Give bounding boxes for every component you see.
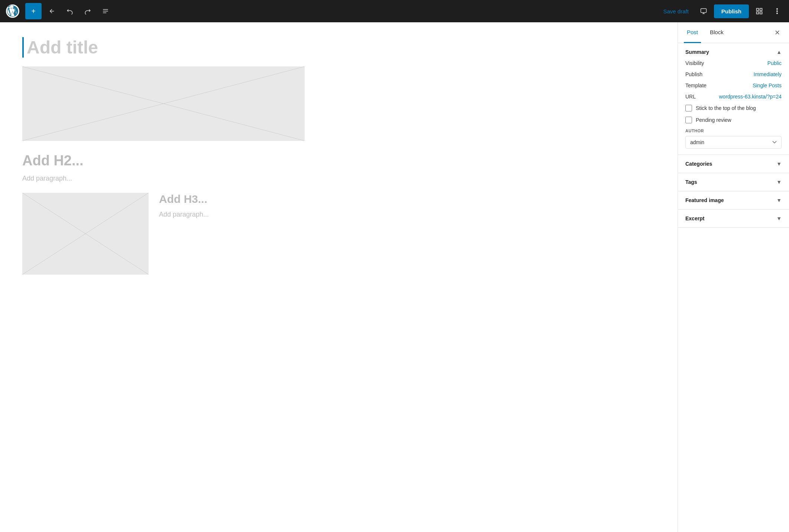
sticky-checkbox[interactable] [685,105,692,111]
more-options-button[interactable] [770,4,785,19]
pending-label[interactable]: Pending review [696,117,731,123]
template-value[interactable]: Single Posts [753,82,782,88]
summary-section-header[interactable]: Summary ▲ [685,49,782,55]
svg-rect-9 [757,12,759,14]
column-text: Add H3... Add paragraph... [159,193,305,275]
tab-block[interactable]: Block [707,22,727,43]
url-label: URL [685,94,696,100]
publish-row: Publish Immediately [685,71,782,77]
author-label: AUTHOR [685,129,782,133]
summary-chevron-up-icon: ▲ [776,49,782,55]
visibility-value[interactable]: Public [767,60,782,66]
sticky-row: Stick to the top of the blog [685,105,782,111]
tools-button[interactable] [45,4,59,19]
h2-block[interactable]: Add H2... [22,153,655,169]
tags-title: Tags [685,179,697,185]
summary-title: Summary [685,49,709,55]
featured-image-title: Featured image [685,197,724,203]
tags-section-header[interactable]: Tags ▼ [685,179,782,185]
template-label: Template [685,82,707,88]
tags-section: Tags ▼ [678,173,789,191]
editor-area: Add title Add H2... Add paragraph... Add… [0,22,678,532]
publish-button[interactable]: Publish [714,4,749,18]
featured-image-chevron-icon: ▼ [776,197,782,203]
svg-point-12 [777,11,778,12]
pending-checkbox[interactable] [685,117,692,123]
tab-post[interactable]: Post [684,22,701,43]
template-row: Template Single Posts [685,82,782,88]
svg-rect-4 [701,9,706,13]
sidebar-close-button[interactable]: ✕ [771,27,783,39]
visibility-label: Visibility [685,60,704,66]
summary-section: Summary ▲ Visibility Public Publish Imme… [678,43,789,155]
categories-title: Categories [685,161,712,167]
svg-point-13 [777,13,778,14]
publish-label: Publish [685,71,702,77]
svg-rect-8 [760,9,762,11]
post-title[interactable]: Add title [22,37,655,58]
svg-rect-7 [757,9,759,11]
pending-row: Pending review [685,117,782,123]
sidebar-tabs: Post Block ✕ [678,22,789,43]
topbar: + Save draft Publis [0,0,789,22]
author-select[interactable]: admin [685,136,782,149]
h3-block[interactable]: Add H3... [159,193,305,205]
featured-image-section-header[interactable]: Featured image ▼ [685,197,782,203]
preview-button[interactable] [696,4,711,19]
svg-point-11 [777,9,778,10]
paragraph-block-2[interactable]: Add paragraph... [159,211,305,218]
excerpt-chevron-icon: ▼ [776,215,782,221]
featured-image-block[interactable] [22,66,305,141]
categories-chevron-icon: ▼ [776,161,782,167]
list-view-button[interactable] [98,4,113,19]
settings-button[interactable] [752,4,767,19]
svg-rect-10 [760,12,762,14]
visibility-row: Visibility Public [685,60,782,66]
save-draft-button[interactable]: Save draft [659,5,693,17]
undo-button[interactable] [62,4,77,19]
excerpt-section: Excerpt ▼ [678,210,789,228]
tags-chevron-icon: ▼ [776,179,782,185]
two-column-block: Add H3... Add paragraph... [22,193,305,275]
categories-section: Categories ▼ [678,155,789,173]
categories-section-header[interactable]: Categories ▼ [685,161,782,167]
redo-button[interactable] [80,4,95,19]
wp-logo [4,3,21,19]
excerpt-section-header[interactable]: Excerpt ▼ [685,215,782,221]
paragraph-block-1[interactable]: Add paragraph... [22,175,655,182]
excerpt-title: Excerpt [685,215,704,221]
sticky-label[interactable]: Stick to the top of the blog [696,105,756,111]
sidebar: Post Block ✕ Summary ▲ Visibility Public… [678,22,789,532]
url-row: URL wordpress-63.kinsta/?p=24 [685,94,782,100]
image-block-2[interactable] [22,193,149,275]
main-layout: Add title Add H2... Add paragraph... Add… [0,22,789,532]
publish-value[interactable]: Immediately [754,71,782,77]
featured-image-section: Featured image ▼ [678,191,789,210]
add-block-button[interactable]: + [25,3,42,19]
url-value[interactable]: wordpress-63.kinsta/?p=24 [719,94,782,100]
